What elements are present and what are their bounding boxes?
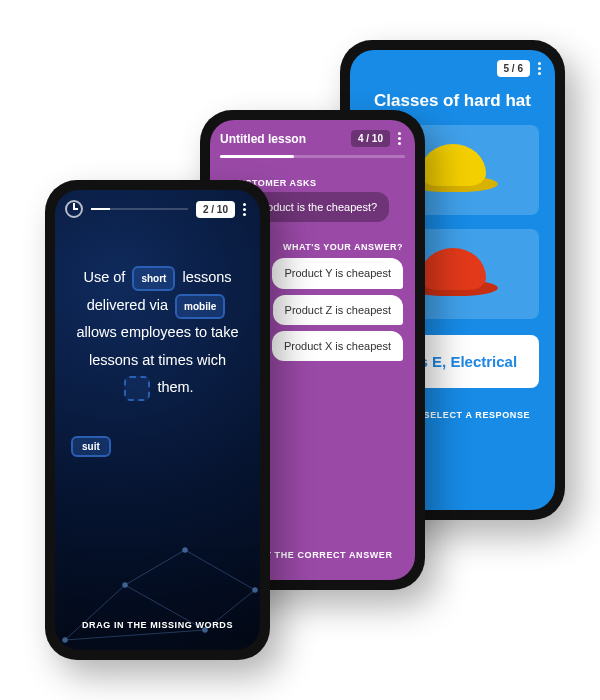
sentence-part: allows employees to take lessons at time… [77,324,239,368]
kebab-icon[interactable] [243,208,246,211]
screen-navy: 2 / 10 Use of short lessons delivered vi… [55,190,260,650]
svg-line-5 [65,630,205,640]
word-blank-filled[interactable]: short [132,266,175,291]
progress-bar [220,155,405,158]
svg-line-0 [65,585,125,640]
answer-option[interactable]: Product Z is cheapest [273,295,403,325]
word-blank-filled[interactable]: mobile [175,294,225,319]
word-blank-empty[interactable] [124,376,150,401]
phone-navy: 2 / 10 Use of short lessons delivered vi… [45,180,270,660]
lesson-title: Classes of hard hat [350,91,555,111]
svg-point-6 [63,638,68,643]
sentence-part: Use of [83,269,125,285]
svg-point-9 [253,588,258,593]
pager-badge: 4 / 10 [351,130,390,147]
lesson-name: Untitled lesson [220,132,306,146]
clock-icon[interactable] [65,200,83,218]
progress-bar [91,208,188,210]
answer-option[interactable]: Product Y is cheapest [272,258,403,288]
svg-line-3 [125,550,185,585]
hint-text: DRAG IN THE MISSING WORDS [55,620,260,630]
sentence-part: them. [157,379,193,395]
pager-badge: 2 / 10 [196,201,235,218]
svg-point-7 [123,583,128,588]
answer-option[interactable]: Product X is cheapest [272,331,403,361]
svg-line-4 [185,550,255,590]
pager-badge: 5 / 6 [497,60,530,77]
word-chip[interactable]: suit [71,436,111,457]
kebab-icon[interactable] [398,137,401,140]
fill-sentence: Use of short lessons delivered via mobil… [55,218,260,402]
kebab-icon[interactable] [538,67,541,70]
svg-point-10 [183,548,188,553]
